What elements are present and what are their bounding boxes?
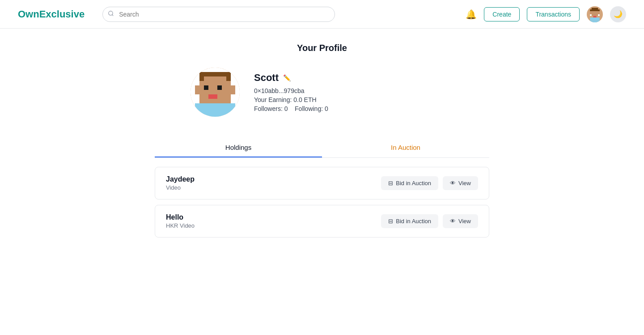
tab-holdings[interactable]: Holdings — [155, 138, 322, 157]
search-input[interactable] — [102, 7, 335, 22]
edit-profile-icon[interactable]: ✏️ — [283, 74, 291, 81]
transactions-button[interactable]: Transactions — [527, 7, 580, 21]
svg-point-0 — [109, 11, 113, 15]
dark-mode-button[interactable]: 🌙 — [610, 6, 626, 22]
following-label: Following: — [295, 105, 323, 112]
view-icon-1: 👁 — [450, 180, 456, 187]
svg-rect-14 — [199, 76, 204, 81]
header: OwnExclusive 🔔 Create Transactions — [0, 0, 644, 29]
bid-in-auction-button-1[interactable]: ⊟ Bid in Auction — [381, 176, 438, 190]
create-button[interactable]: Create — [484, 7, 520, 21]
main-content: Your Profile — [148, 29, 496, 252]
svg-rect-6 — [590, 14, 592, 16]
profile-earning: Your Earning: 0.0 ETH — [254, 96, 453, 103]
view-button-2[interactable]: 👁 View — [443, 214, 478, 228]
following-value: 0 — [325, 105, 328, 112]
bid-icon-2: ⊟ — [388, 218, 393, 225]
svg-rect-18 — [208, 94, 217, 99]
view-button-1[interactable]: 👁 View — [443, 176, 478, 190]
svg-line-1 — [112, 14, 114, 16]
holding-title-2: Hello — [166, 213, 195, 221]
tabs: Holdings In Auction — [155, 138, 489, 158]
svg-rect-19 — [195, 103, 235, 117]
earning-label: Your Earning: — [254, 96, 292, 103]
holdings-list: Jaydeep Video ⊟ Bid in Auction 👁 View He… — [155, 167, 489, 237]
holding-card-hello: Hello HKR Video ⊟ Bid in Auction 👁 View — [155, 205, 489, 237]
bid-label-1: Bid in Auction — [396, 180, 431, 187]
search-container — [102, 7, 335, 22]
user-avatar-button[interactable] — [587, 6, 603, 22]
svg-rect-8 — [593, 16, 596, 17]
svg-rect-16 — [204, 85, 208, 90]
followers-label: Followers: — [254, 105, 283, 112]
view-label-1: View — [458, 180, 471, 187]
logo[interactable]: OwnExclusive — [18, 8, 85, 20]
bid-label-2: Bid in Auction — [396, 218, 431, 225]
svg-rect-21 — [231, 85, 235, 94]
svg-rect-7 — [598, 14, 600, 16]
page-title: Your Profile — [155, 43, 489, 53]
followers-value: 0 — [284, 105, 288, 112]
bid-in-auction-button-2[interactable]: ⊟ Bid in Auction — [381, 214, 438, 228]
holding-info-1: Jaydeep Video — [166, 175, 195, 191]
profile-name: Scott — [254, 72, 279, 84]
profile-info: Scott ✏️ 0×10abb...979cba Your Earning: … — [254, 72, 453, 112]
search-icon — [108, 10, 114, 18]
header-right: 🔔 Create Transactions 🌙 — [466, 6, 626, 22]
profile-name-row: Scott ✏️ — [254, 72, 453, 84]
holding-card-jaydeep: Jaydeep Video ⊟ Bid in Auction 👁 View — [155, 167, 489, 199]
profile-section: Scott ✏️ 0×10abb...979cba Your Earning: … — [155, 68, 489, 117]
view-label-2: View — [458, 218, 471, 225]
tab-in-auction[interactable]: In Auction — [322, 138, 489, 157]
svg-rect-17 — [217, 85, 222, 90]
svg-rect-9 — [590, 17, 600, 21]
svg-rect-5 — [590, 9, 600, 11]
view-icon-2: 👁 — [450, 218, 456, 225]
profile-follow: Followers: 0 Following: 0 — [254, 105, 453, 112]
holding-info-2: Hello HKR Video — [166, 213, 195, 229]
svg-rect-20 — [195, 85, 199, 94]
holding-title-1: Jaydeep — [166, 175, 195, 183]
profile-address: 0×10abb...979cba — [254, 87, 453, 94]
notification-bell[interactable]: 🔔 — [466, 9, 477, 20]
svg-rect-10 — [587, 21, 603, 22]
holding-actions-2: ⊟ Bid in Auction 👁 View — [381, 214, 478, 228]
profile-avatar — [191, 68, 240, 117]
svg-rect-15 — [226, 76, 231, 81]
earning-value: 0.0 ETH — [293, 96, 316, 103]
holding-actions-1: ⊟ Bid in Auction 👁 View — [381, 176, 478, 190]
svg-rect-13 — [199, 72, 231, 76]
svg-rect-3 — [592, 8, 598, 9]
holding-type-2: HKR Video — [166, 222, 195, 229]
bid-icon-1: ⊟ — [388, 180, 393, 187]
holding-type-1: Video — [166, 184, 195, 191]
